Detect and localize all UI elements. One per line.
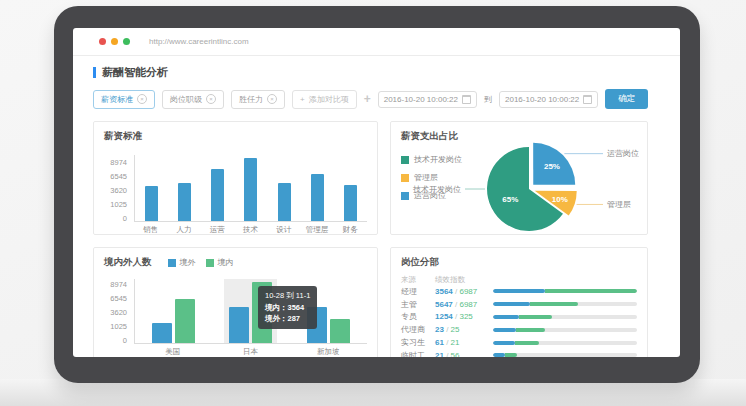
- remove-filter-icon[interactable]: ×: [137, 94, 147, 104]
- window-minimize-dot[interactable]: [111, 38, 118, 45]
- progress-track: [493, 328, 637, 332]
- pie-callout-label: 管理层: [607, 200, 631, 209]
- progress-track: [493, 315, 637, 319]
- pie-callout-label: 技术开发岗位: [412, 185, 461, 194]
- salary-standard-card: 薪资标准 89746545362010250销售人力运营技术设计管理层财务: [93, 121, 378, 235]
- add-compare-chip[interactable]: + 添加对比项: [292, 90, 357, 109]
- pie-percent-label: 65%: [502, 195, 518, 204]
- progress-track: [493, 302, 637, 306]
- page-header: 薪酬智能分析: [93, 65, 650, 80]
- chart-tooltip: 10-28 到 11-1 境内：3564 境外：287: [258, 286, 317, 329]
- card-title: 薪资标准: [104, 130, 367, 143]
- legend-item[interactable]: 境外: [168, 257, 196, 268]
- date-to-value: 2016-10-20 10:00:22: [505, 95, 579, 104]
- card-title: 岗位分部: [401, 256, 637, 269]
- browser-titlebar: http://www.careerintlinc.com: [73, 28, 680, 56]
- pie-callout-label: 运营岗位: [607, 149, 639, 158]
- date-to-input[interactable]: 2016-10-20 10:00:22: [499, 91, 598, 108]
- table-row: 代理商23 / 25: [401, 323, 637, 336]
- title-marker: [93, 67, 96, 78]
- filter-chip-0[interactable]: 薪资标准×: [93, 90, 155, 109]
- table-row: 经理3564 / 6987: [401, 285, 637, 298]
- remove-filter-icon[interactable]: ×: [267, 94, 277, 104]
- positions-card: 岗位分部 来源 绩效指数 经理3564 / 6987主管5647 / 6987专…: [390, 247, 648, 357]
- date-to-label: 到: [484, 94, 492, 105]
- plus-icon: +: [300, 95, 305, 104]
- legend-item[interactable]: 境内: [206, 257, 234, 268]
- progress-track: [493, 341, 637, 345]
- date-from-input[interactable]: 2016-10-20 10:00:22: [378, 91, 477, 108]
- filter-chip-1[interactable]: 岗位职级×: [162, 90, 224, 109]
- screen: http://www.careerintlinc.com 薪酬智能分析 薪资标准…: [73, 28, 680, 357]
- date-from-value: 2016-10-20 10:00:22: [384, 95, 458, 104]
- confirm-button[interactable]: 确定: [605, 89, 648, 109]
- window-zoom-dot[interactable]: [123, 38, 130, 45]
- bar: [344, 185, 357, 221]
- laptop-mockup: http://www.careerintlinc.com 薪酬智能分析 薪资标准…: [0, 0, 746, 406]
- filter-chip-2[interactable]: 胜任力×: [231, 90, 285, 109]
- headcount-grouped-bar-chart: 89746545362010250美国日本新加坡: [104, 279, 367, 357]
- progress-track: [493, 353, 637, 357]
- headcount-card: 境内外人数 境外境内 89746545362010250美国日本新加坡 10-2…: [93, 247, 378, 357]
- bar: [278, 183, 291, 221]
- col-source: 来源: [401, 275, 435, 285]
- bar: [330, 319, 350, 343]
- table-row: 实习生61 / 21: [401, 336, 637, 349]
- page-content: 薪酬智能分析 薪资标准×岗位职级×胜任力× + 添加对比项 + 2016-10-…: [73, 65, 680, 357]
- bar: [175, 299, 195, 343]
- laptop-screen-bezel: http://www.careerintlinc.com 薪酬智能分析 薪资标准…: [54, 6, 700, 383]
- pie-percent-label: 25%: [544, 162, 560, 171]
- salary-bar-chart: 89746545362010250销售人力运营技术设计管理层财务: [104, 155, 367, 235]
- bar: [152, 323, 172, 343]
- add-icon[interactable]: +: [364, 92, 371, 106]
- bar: [244, 158, 257, 221]
- page-title: 薪酬智能分析: [102, 65, 168, 80]
- positions-table: 经理3564 / 6987主管5647 / 6987专员1254 / 325代理…: [401, 285, 637, 357]
- laptop-base: [0, 379, 746, 406]
- col-index: 绩效指数: [435, 275, 637, 285]
- tooltip-overseas: 境外：287: [265, 313, 310, 325]
- tooltip-domestic: 境内：3564: [265, 302, 310, 314]
- address-bar[interactable]: http://www.careerintlinc.com: [149, 37, 249, 46]
- bar: [229, 307, 249, 343]
- bar: [311, 174, 324, 221]
- filter-toolbar: 薪资标准×岗位职级×胜任力× + 添加对比项 + 2016-10-20 10:0…: [93, 89, 650, 109]
- dashboard-grid: 薪资标准 89746545362010250销售人力运营技术设计管理层财务 薪资…: [93, 121, 650, 357]
- calendar-icon: [462, 95, 471, 104]
- pie-percent-label: 10%: [552, 195, 568, 204]
- bar: [178, 183, 191, 221]
- filter-chips: 薪资标准×岗位职级×胜任力×: [93, 90, 285, 109]
- table-row: 临时工21 / 56: [401, 349, 637, 357]
- calendar-icon: [583, 95, 592, 104]
- card-title: 境内外人数: [104, 256, 152, 269]
- remove-filter-icon[interactable]: ×: [206, 94, 216, 104]
- table-header: 来源 绩效指数: [401, 275, 637, 285]
- bar: [211, 169, 224, 221]
- table-row: 主管5647 / 6987: [401, 298, 637, 311]
- table-row: 专员1254 / 325: [401, 311, 637, 324]
- tooltip-range: 10-28 到 11-1: [265, 290, 310, 302]
- window-close-dot[interactable]: [99, 38, 106, 45]
- bar: [145, 186, 158, 221]
- progress-track: [493, 289, 637, 293]
- add-compare-label: 添加对比项: [309, 94, 349, 105]
- geo-legend: 境外境内: [168, 257, 234, 268]
- expense-pie-chart: 25%运营岗位10%管理层65%技术开发岗位: [399, 134, 639, 235]
- salary-expense-card: 薪资支出占比 技术开发岗位管理层运营岗位 25%运营岗位10%管理层65%技术开…: [390, 121, 648, 235]
